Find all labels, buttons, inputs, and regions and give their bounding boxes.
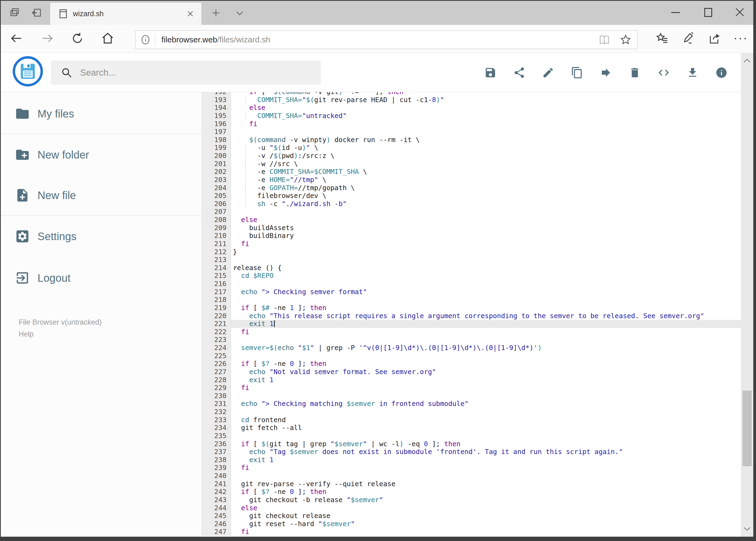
- code-line: 213: [201, 256, 741, 264]
- line-number: 238: [201, 456, 231, 464]
- refresh-button[interactable]: [71, 31, 85, 45]
- info-button[interactable]: [714, 65, 729, 80]
- new-tab-button[interactable]: [211, 8, 221, 18]
- code-line-content: exit 1: [231, 456, 741, 464]
- tab-close-icon[interactable]: [186, 10, 194, 18]
- code-line-content: else: [231, 216, 741, 224]
- code-line: 208 else: [201, 216, 741, 224]
- code-line: 243 git checkout -b release "$semver": [201, 496, 741, 504]
- line-number: 212: [201, 248, 231, 256]
- code-line: 215 cd $REPO: [201, 272, 741, 280]
- scroll-up-icon[interactable]: [741, 55, 753, 67]
- code-line-content: buildBinary: [231, 232, 741, 240]
- scrollbar-thumb[interactable]: [742, 390, 752, 466]
- code-line-content: fi: [231, 120, 741, 128]
- sidebar-item-logout[interactable]: Logout: [1, 262, 201, 294]
- forward-button[interactable]: [40, 31, 54, 45]
- sidebar-item-label: New folder: [38, 149, 89, 161]
- window-border: [0, 0, 756, 1]
- code-line: 192 if [ "$(command -v git)" != "" ]; th…: [201, 92, 741, 96]
- line-number: 213: [201, 256, 231, 264]
- code-line-content: [231, 392, 741, 400]
- move-button[interactable]: [599, 65, 614, 80]
- line-number: 216: [201, 280, 231, 288]
- page-scrollbar[interactable]: [741, 53, 753, 537]
- sidebar-item-my-files[interactable]: My files: [1, 98, 201, 130]
- line-number: 227: [201, 368, 231, 376]
- code-editor[interactable]: 192 if [ "$(command -v git)" != "" ]; th…: [201, 92, 741, 537]
- delete-button[interactable]: [627, 65, 642, 80]
- sidebar-item-new-folder[interactable]: New folder: [1, 139, 201, 171]
- download-button[interactable]: [685, 65, 700, 80]
- search-icon: [61, 67, 73, 79]
- sidebar-item-new-file[interactable]: New file: [1, 179, 201, 212]
- favorite-star-icon[interactable]: [620, 34, 631, 46]
- share-button[interactable]: [512, 65, 527, 80]
- code-line: 217 echo "> Checking semver format": [201, 288, 741, 296]
- minimize-button[interactable]: [670, 12, 681, 13]
- code-line-content: if [ $(git tag | grep "$semver" | wc -l)…: [231, 440, 741, 448]
- favorites-hub-icon[interactable]: [655, 31, 669, 45]
- search-box[interactable]: [51, 61, 321, 85]
- maximize-button[interactable]: [702, 6, 714, 18]
- sidebar-item-label: My files: [38, 108, 74, 120]
- more-options-icon[interactable]: [733, 37, 748, 41]
- search-input[interactable]: [80, 67, 297, 78]
- close-window-button[interactable]: [734, 6, 746, 18]
- code-line: 221 exit 1: [201, 320, 741, 328]
- copy-button[interactable]: [570, 65, 585, 80]
- filebrowser-logo: [13, 56, 43, 86]
- sidebar-item-settings[interactable]: Settings: [1, 220, 201, 253]
- set-tabs-aside-icon[interactable]: [31, 7, 42, 19]
- text-cursor: [274, 320, 275, 327]
- window-border: [753, 0, 756, 541]
- code-line-content: cd $REPO: [231, 272, 741, 280]
- code-line: 201 -w //src \: [201, 160, 741, 168]
- line-number: 219: [201, 304, 231, 312]
- code-line: 241 git rev-parse --verify --quiet relea…: [201, 480, 741, 488]
- code-line-content: else: [231, 504, 741, 512]
- sidebar-item-label: New file: [38, 189, 76, 202]
- help-link[interactable]: Help: [19, 328, 102, 340]
- code-line-content: fi: [231, 464, 741, 472]
- sidebar: File Browser v(untracked) Help My files …: [1, 92, 201, 537]
- code-line-content: fi: [231, 328, 741, 336]
- line-number: 194: [201, 104, 231, 112]
- tab-list-chevron-icon[interactable]: [235, 9, 244, 17]
- address-bar[interactable]: filebrowser.web/files/wizard.sh: [135, 30, 637, 49]
- code-line-content: $(command -v winpty) docker run --rm -it…: [231, 136, 741, 144]
- code-line-content: echo "> Checking matching $semver in fro…: [231, 400, 741, 408]
- code-button[interactable]: [656, 65, 671, 80]
- home-button[interactable]: [101, 31, 115, 45]
- app-header: [1, 53, 753, 92]
- line-number: 246: [201, 520, 231, 528]
- annotate-pen-icon[interactable]: [682, 31, 696, 45]
- code-line: 199 -u "$(id -u)" \: [201, 144, 741, 152]
- line-number: 239: [201, 464, 231, 472]
- site-info-icon[interactable]: [140, 34, 151, 45]
- code-line: 237 echo "Tag $semver does not exist in …: [201, 448, 741, 456]
- tab-preview-icon[interactable]: [9, 7, 21, 19]
- document-icon: [58, 8, 68, 19]
- code-line: 204 -e GOPATH=//tmp/gopath \: [201, 184, 741, 192]
- line-number: 196: [201, 120, 231, 128]
- code-line: 233 cd frontend: [201, 416, 741, 424]
- reading-view-icon[interactable]: [598, 34, 611, 45]
- line-number: 247: [201, 528, 231, 536]
- line-number: 206: [201, 200, 231, 208]
- edit-button[interactable]: [541, 65, 556, 80]
- fold-arrow-icon[interactable]: ▾: [234, 264, 236, 272]
- code-line-content: git reset --hard "$semver": [231, 520, 741, 528]
- code-line: 205 filebrowser/dev \: [201, 192, 741, 200]
- share-page-icon[interactable]: [708, 31, 722, 45]
- browser-tab[interactable]: wizard.sh: [50, 3, 201, 25]
- save-button[interactable]: [483, 65, 498, 80]
- line-number: 192: [201, 92, 231, 96]
- code-line-content: [231, 296, 741, 304]
- code-line: 245 git checkout release: [201, 512, 741, 520]
- line-number: 201: [201, 160, 231, 168]
- code-line: 231 echo "> Checking matching $semver in…: [201, 400, 741, 408]
- back-button[interactable]: [9, 31, 24, 45]
- code-line: 223: [201, 336, 741, 344]
- scroll-down-icon[interactable]: [741, 523, 753, 535]
